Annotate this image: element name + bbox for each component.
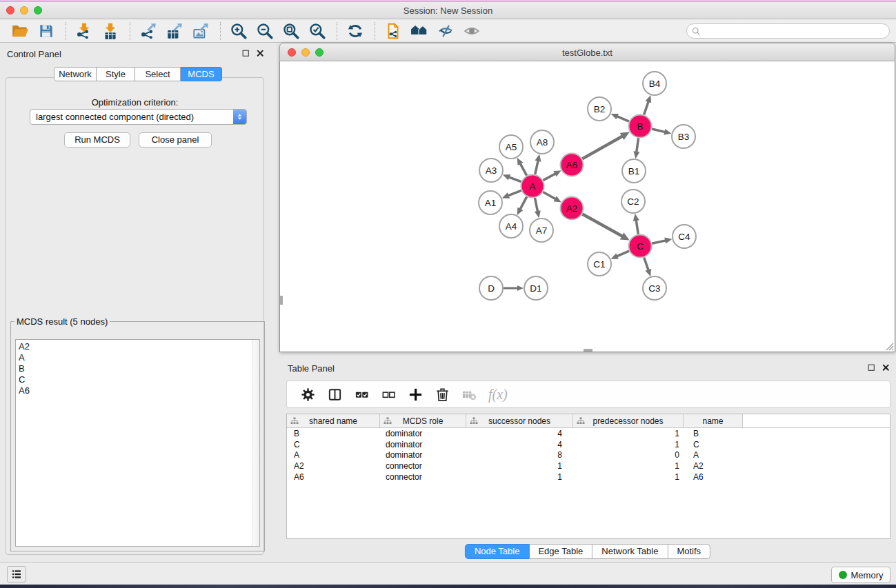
graph-edge-C-C1[interactable] bbox=[610, 251, 629, 259]
save-session-button[interactable] bbox=[36, 21, 57, 41]
node-table[interactable]: shared nameMCDS rolesuccessor nodesprede… bbox=[286, 414, 890, 539]
graph-node-A3[interactable]: A3 bbox=[479, 159, 503, 182]
open-file-button[interactable] bbox=[10, 21, 30, 41]
cell-name[interactable]: A2 bbox=[684, 461, 743, 471]
graph-node-C[interactable]: C bbox=[629, 235, 652, 258]
import-network-button[interactable] bbox=[74, 21, 94, 41]
graph-node-A7[interactable]: A7 bbox=[530, 219, 553, 242]
table-row[interactable]: Cdominator41C bbox=[287, 439, 890, 450]
close-panel-button[interactable]: Close panel bbox=[139, 132, 212, 148]
graph-node-A6[interactable]: A6 bbox=[561, 154, 584, 176]
cell-successor-nodes[interactable]: 4 bbox=[466, 440, 573, 449]
graphics-details-button[interactable] bbox=[435, 21, 456, 41]
cell-shared-name[interactable]: C bbox=[287, 440, 380, 449]
tab-network-table[interactable]: Network Table bbox=[593, 544, 668, 559]
deselect-all-button[interactable] bbox=[379, 385, 397, 403]
float-panel-icon[interactable] bbox=[241, 48, 250, 58]
graph-edge-D-D1[interactable] bbox=[504, 285, 524, 291]
mcds-result-item[interactable]: B bbox=[19, 363, 259, 374]
resize-grip[interactable] bbox=[884, 341, 894, 351]
graph-edge-A-A4[interactable] bbox=[517, 196, 526, 215]
run-mcds-button[interactable]: Run MCDS bbox=[64, 132, 130, 148]
zoom-out-button[interactable] bbox=[255, 21, 275, 41]
cell-shared-name[interactable]: A6 bbox=[287, 472, 380, 482]
delete-row-button[interactable] bbox=[433, 385, 451, 403]
graph-node-C1[interactable]: C1 bbox=[588, 252, 611, 276]
select-all-button[interactable] bbox=[352, 385, 370, 403]
search-box[interactable] bbox=[686, 23, 890, 39]
cell-predecessor-nodes[interactable]: 1 bbox=[573, 472, 684, 482]
graph-edge-A6-B[interactable] bbox=[582, 132, 630, 159]
cell-shared-name[interactable]: A bbox=[287, 450, 380, 460]
cell-predecessor-nodes[interactable]: 1 bbox=[573, 429, 684, 438]
show-hide-button[interactable] bbox=[461, 21, 482, 41]
task-history-button[interactable] bbox=[7, 566, 26, 582]
graph-node-D[interactable]: D bbox=[479, 276, 503, 300]
graph-edge-A-A7[interactable] bbox=[535, 198, 541, 218]
graph-node-B3[interactable]: B3 bbox=[672, 125, 695, 148]
import-table-button[interactable] bbox=[100, 21, 121, 41]
tab-node-table[interactable]: Node Table bbox=[465, 544, 530, 559]
graph-node-C4[interactable]: C4 bbox=[673, 225, 696, 248]
cell-shared-name[interactable]: A2 bbox=[287, 461, 380, 471]
graph-node-B1[interactable]: B1 bbox=[622, 159, 646, 183]
table-row[interactable]: A6connector11A6 bbox=[287, 472, 890, 483]
tab-edge-table[interactable]: Edge Table bbox=[529, 544, 593, 559]
result-list-scrollbar[interactable] bbox=[252, 340, 259, 546]
network-canvas[interactable]: B4B2BB3A8A5A6A3B1AC2A1A2A4A7C4CC1C3DD1 bbox=[279, 61, 895, 352]
close-panel-icon[interactable] bbox=[255, 48, 265, 58]
graph-edge-A-A3[interactable] bbox=[503, 174, 521, 182]
cell-MCDS-role[interactable]: dominator bbox=[380, 440, 466, 449]
cell-successor-nodes[interactable]: 4 bbox=[466, 429, 573, 438]
tab-motifs[interactable]: Motifs bbox=[668, 544, 710, 559]
column-header-MCDS-role[interactable]: MCDS role bbox=[380, 414, 466, 427]
first-neighbors-button[interactable] bbox=[409, 21, 430, 41]
graph-node-A4[interactable]: A4 bbox=[499, 214, 523, 238]
column-header-name[interactable]: name bbox=[684, 414, 743, 427]
cell-name[interactable]: B bbox=[684, 429, 743, 438]
graph-edge-B-B3[interactable] bbox=[652, 129, 671, 135]
mcds-result-list[interactable]: A2ABCA6 bbox=[15, 339, 260, 547]
graph-node-A1[interactable]: A1 bbox=[479, 191, 502, 214]
table-row[interactable]: Bdominator41B bbox=[287, 428, 890, 439]
graph-edge-C-C2[interactable] bbox=[633, 214, 639, 234]
cell-successor-nodes[interactable]: 8 bbox=[466, 450, 573, 460]
graph-edge-A-A8[interactable] bbox=[535, 154, 541, 174]
mcds-result-item[interactable]: A bbox=[19, 352, 259, 363]
graph-node-C3[interactable]: C3 bbox=[643, 276, 666, 300]
graph-edge-A-A1[interactable] bbox=[502, 190, 521, 198]
cell-shared-name[interactable]: B bbox=[287, 429, 380, 438]
canvas-horizontal-scroll-indicator[interactable] bbox=[584, 349, 593, 352]
cell-MCDS-role[interactable]: connector bbox=[380, 461, 466, 471]
cell-MCDS-role[interactable]: dominator bbox=[380, 450, 466, 460]
duplicate-network-button[interactable] bbox=[383, 21, 404, 41]
column-header-shared-name[interactable]: shared name bbox=[287, 414, 380, 427]
tab-mcds[interactable]: MCDS bbox=[181, 67, 222, 81]
export-table-button[interactable] bbox=[164, 21, 185, 41]
tab-style[interactable]: Style bbox=[97, 67, 135, 81]
column-header-successor-nodes[interactable]: successor nodes bbox=[466, 414, 573, 427]
graph-node-B[interactable]: B bbox=[629, 115, 652, 138]
tab-network[interactable]: Network bbox=[54, 67, 97, 81]
graph-node-B2[interactable]: B2 bbox=[588, 97, 611, 121]
refresh-button[interactable] bbox=[345, 21, 366, 41]
mcds-result-item[interactable]: A2 bbox=[19, 341, 259, 352]
tab-select[interactable]: Select bbox=[135, 67, 181, 81]
graph-node-A2[interactable]: A2 bbox=[561, 197, 584, 220]
column-header-predecessor-nodes[interactable]: predecessor nodes bbox=[573, 414, 684, 427]
graph-node-C2[interactable]: C2 bbox=[621, 190, 645, 213]
show-columns-button[interactable] bbox=[326, 385, 344, 403]
graph-edge-C-C3[interactable] bbox=[644, 258, 651, 276]
table-row[interactable]: Adominator80A bbox=[287, 450, 890, 461]
cell-predecessor-nodes[interactable]: 1 bbox=[573, 440, 684, 449]
graph-edge-B-B1[interactable] bbox=[633, 138, 639, 159]
graph-edge-A-A5[interactable] bbox=[517, 158, 527, 176]
graph-node-A8[interactable]: A8 bbox=[530, 130, 554, 154]
mcds-result-item[interactable]: A6 bbox=[19, 385, 259, 396]
graph-edge-C-C4[interactable] bbox=[652, 238, 672, 244]
criterion-dropdown[interactable]: largest connected component (directed) bbox=[30, 109, 247, 125]
cell-MCDS-role[interactable]: connector bbox=[380, 472, 466, 482]
cell-name[interactable]: C bbox=[684, 440, 743, 449]
cell-successor-nodes[interactable]: 1 bbox=[466, 472, 573, 482]
graph-edge-A2-C[interactable] bbox=[582, 214, 629, 240]
